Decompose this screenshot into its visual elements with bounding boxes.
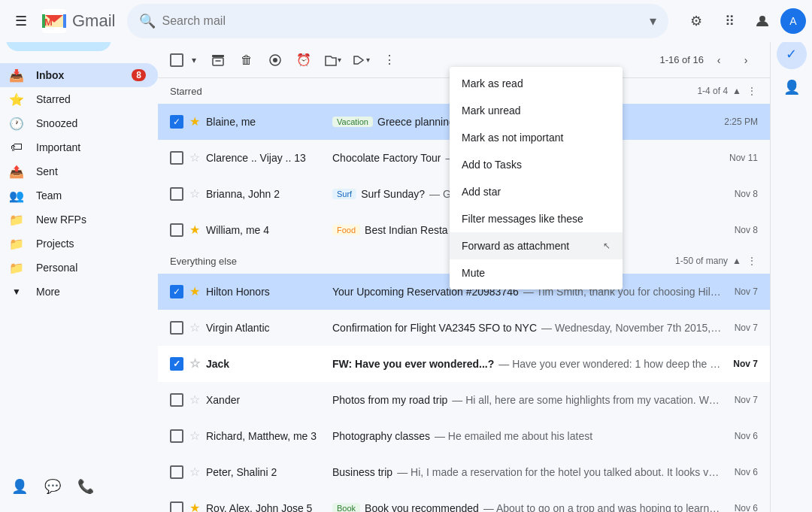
settings-button[interactable]: ⚙ bbox=[681, 6, 711, 36]
sidebar-item-label: Sent bbox=[36, 165, 146, 177]
next-page-button[interactable]: › bbox=[734, 48, 758, 72]
star-icon[interactable]: ☆ bbox=[189, 150, 200, 165]
search-icon[interactable]: 🔍 bbox=[139, 13, 156, 29]
gmail-logo-text: Gmail bbox=[72, 11, 115, 31]
email-snippet: — Wednesday, November 7th 2015, San Fr..… bbox=[541, 322, 723, 334]
chat-icon[interactable]: 💬 bbox=[39, 473, 66, 500]
more-options-button[interactable]: ⋮ bbox=[376, 47, 403, 74]
sidebar: ✏ Compose 📥 Inbox 8 ⭐ Starred 🕐 Snoozed … bbox=[0, 0, 158, 512]
email-sender: Jack bbox=[206, 358, 326, 370]
mark-unread-button[interactable] bbox=[262, 47, 289, 74]
email-checkbox[interactable]: ✓ bbox=[170, 357, 183, 371]
prev-page-button[interactable]: ‹ bbox=[707, 48, 731, 72]
sidebar-item-snoozed[interactable]: 🕐 Snoozed bbox=[0, 111, 158, 135]
apps-button[interactable]: ⠿ bbox=[714, 6, 744, 36]
star-icon[interactable]: ☆ bbox=[189, 429, 200, 443]
sidebar-item-important[interactable]: 🏷 Important bbox=[0, 135, 158, 159]
starred-count: 1-4 of 4 bbox=[697, 86, 728, 96]
team-icon: 👥 bbox=[9, 189, 24, 203]
star-icon[interactable]: ☆ bbox=[189, 465, 200, 479]
sidebar-item-label: Inbox bbox=[36, 69, 120, 81]
sidebar-item-starred[interactable]: ⭐ Starred bbox=[0, 87, 158, 111]
email-checkbox[interactable]: ✓ bbox=[170, 285, 183, 298]
svg-rect-5 bbox=[212, 55, 224, 57]
email-checkbox[interactable] bbox=[170, 151, 183, 165]
email-checkbox[interactable]: ✓ bbox=[170, 115, 183, 129]
select-dropdown-button[interactable]: ▾ bbox=[185, 47, 203, 74]
important-icon: 🏷 bbox=[9, 141, 24, 154]
manage-account-button[interactable]: 👤 bbox=[6, 473, 33, 500]
everything-collapse-button[interactable]: ▲ bbox=[731, 254, 743, 268]
starred-more-button[interactable]: ⋮ bbox=[746, 84, 758, 98]
user-avatar[interactable]: A bbox=[780, 8, 806, 34]
right-panel-tasks-button[interactable]: ✓ bbox=[777, 39, 807, 69]
star-icon[interactable]: ★ bbox=[189, 284, 200, 298]
delete-button[interactable]: 🗑 bbox=[233, 47, 260, 74]
star-icon[interactable]: ☆ bbox=[189, 392, 200, 407]
email-subject: Chocolate Factory Tour bbox=[332, 152, 441, 164]
context-menu-forward-attachment[interactable]: Forward as attachment ↖ bbox=[450, 232, 623, 259]
sidebar-item-inbox[interactable]: 📥 Inbox 8 bbox=[0, 63, 158, 87]
context-menu-mark-unread[interactable]: Mark unread bbox=[450, 97, 623, 124]
star-icon[interactable]: ★ bbox=[189, 114, 200, 129]
starred-collapse-button[interactable]: ▲ bbox=[731, 84, 743, 98]
star-icon[interactable]: ★ bbox=[189, 223, 200, 237]
email-checkbox[interactable] bbox=[170, 429, 183, 443]
account-icon[interactable] bbox=[747, 6, 777, 36]
email-checkbox[interactable] bbox=[170, 501, 183, 513]
email-date: Nov 7 bbox=[733, 359, 758, 369]
email-snippet: — Hi, I made a reservation for the hotel… bbox=[397, 466, 722, 478]
email-snippet: — Hi all, here are some highlights from … bbox=[452, 394, 722, 406]
archive-button[interactable] bbox=[205, 47, 232, 74]
sidebar-item-projects[interactable]: 📁 Projects bbox=[0, 232, 158, 256]
newrfps-icon: 📁 bbox=[9, 213, 24, 227]
snooze-button[interactable]: ⏰ bbox=[290, 47, 317, 74]
starred-label: Starred bbox=[170, 86, 202, 97]
email-checkbox[interactable] bbox=[170, 223, 183, 237]
star-icon[interactable]: ★ bbox=[189, 501, 200, 512]
context-menu-filter-messages[interactable]: Filter messages like these bbox=[450, 205, 623, 232]
context-menu-add-to-tasks[interactable]: Add to Tasks bbox=[450, 151, 623, 178]
hamburger-menu[interactable]: ☰ bbox=[6, 6, 36, 36]
email-checkbox[interactable] bbox=[170, 187, 183, 201]
sidebar-item-newrfps[interactable]: 📁 New RFPs bbox=[0, 208, 158, 232]
email-date: Nov 6 bbox=[735, 431, 758, 441]
sidebar-item-more[interactable]: ▼ More bbox=[0, 280, 158, 304]
table-row[interactable]: ✓ ☆ Jack FW: Have you ever wondered...? … bbox=[158, 346, 770, 382]
select-all-checkbox[interactable] bbox=[170, 53, 183, 67]
context-menu-add-star[interactable]: Add star bbox=[450, 178, 623, 205]
sidebar-item-label: Snoozed bbox=[36, 117, 146, 129]
sidebar-item-sent[interactable]: 📤 Sent bbox=[0, 159, 158, 183]
label-button[interactable]: ▾ bbox=[347, 47, 374, 74]
email-checkbox[interactable] bbox=[170, 393, 183, 407]
context-menu-mute[interactable]: Mute bbox=[450, 259, 623, 286]
email-checkbox[interactable] bbox=[170, 465, 183, 479]
table-row[interactable]: ☆ Peter, Shalini 2 Business trip — Hi, I… bbox=[158, 454, 770, 490]
gmail-logo: M Gmail bbox=[42, 9, 115, 33]
table-row[interactable]: ☆ Virgin Atlantic Confirmation for Fligh… bbox=[158, 310, 770, 346]
table-row[interactable]: ☆ Richard, Matthew, me 3 Photography cla… bbox=[158, 418, 770, 454]
table-row[interactable]: ☆ Xander Photos from my road trip — Hi a… bbox=[158, 382, 770, 418]
email-content: FW: Have you ever wondered...? — Have yo… bbox=[332, 358, 721, 370]
star-icon[interactable]: ☆ bbox=[189, 356, 200, 371]
meet-icon[interactable]: 📞 bbox=[72, 473, 99, 500]
email-date: Nov 7 bbox=[735, 395, 758, 405]
move-to-button[interactable]: ▾ bbox=[319, 47, 346, 74]
email-date: Nov 11 bbox=[729, 153, 758, 163]
email-date: Nov 6 bbox=[735, 503, 758, 513]
context-menu-mark-not-important[interactable]: Mark as not important bbox=[450, 124, 623, 151]
email-checkbox[interactable] bbox=[170, 321, 183, 335]
star-icon[interactable]: ☆ bbox=[189, 186, 200, 201]
svg-text:M: M bbox=[44, 17, 53, 28]
email-sender: Peter, Shalini 2 bbox=[206, 466, 326, 478]
star-icon[interactable]: ☆ bbox=[189, 320, 200, 335]
sidebar-item-personal[interactable]: 📁 Personal bbox=[0, 256, 158, 280]
search-expand-icon[interactable]: ▾ bbox=[650, 13, 656, 29]
email-subject: Photography classes bbox=[332, 430, 430, 442]
table-row[interactable]: ★ Roy, Alex, John Jose 5 Book Book you r… bbox=[158, 490, 770, 512]
everything-more-button[interactable]: ⋮ bbox=[746, 254, 758, 268]
right-panel-contacts-button[interactable]: 👤 bbox=[777, 72, 807, 102]
search-input[interactable] bbox=[162, 14, 644, 28]
context-menu-mark-as-read[interactable]: Mark as read bbox=[450, 70, 623, 97]
sidebar-item-team[interactable]: 👥 Team bbox=[0, 183, 158, 208]
